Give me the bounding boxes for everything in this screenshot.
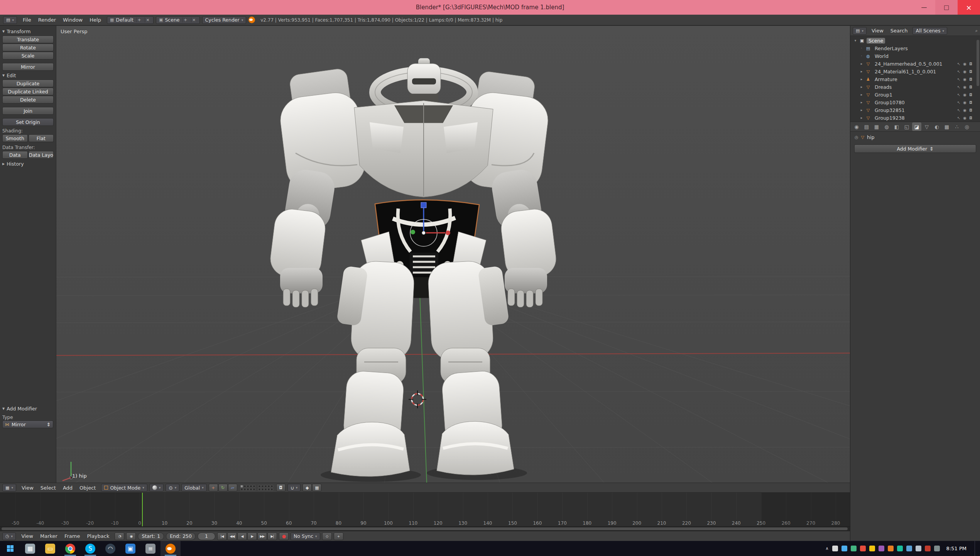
render-engine-selector[interactable]: Cycles Render ▾ (202, 16, 247, 24)
outliner-item-scene[interactable]: ▾▣Scene (850, 37, 979, 44)
layer-toggle[interactable] (270, 488, 273, 491)
outliner-item-label[interactable]: Group10780 (873, 100, 907, 105)
layer-toggle[interactable] (253, 488, 255, 491)
restrict-render-icon[interactable]: ◘ (969, 116, 972, 120)
taskbar-app-file-explorer[interactable]: ▭ (40, 541, 60, 556)
restrict-render-icon[interactable]: ◘ (969, 77, 972, 81)
rotate-button[interactable]: Rotate (2, 44, 54, 51)
outliner-item-group32851[interactable]: ▸▽Group32851↖◉◘ (850, 106, 979, 114)
outliner-menu-search[interactable]: Search (887, 28, 911, 34)
tab-world[interactable]: ◍ (882, 122, 891, 131)
mech-model[interactable] (269, 58, 558, 482)
insert-keyframe-button[interactable]: + (334, 532, 343, 540)
restrict-select-icon[interactable]: ↖ (957, 108, 960, 112)
editor-type-button-3dview[interactable]: ▦▾ (2, 484, 16, 492)
layer-toggle[interactable] (247, 488, 249, 491)
restrict-render-icon[interactable]: ◘ (969, 108, 972, 112)
expand-toggle-icon[interactable]: ▸ (860, 62, 863, 66)
scale-button[interactable]: Scale (2, 52, 54, 59)
layer-toggle[interactable] (264, 488, 267, 491)
info-menu-help[interactable]: Help (86, 17, 105, 23)
restrict-select-icon[interactable]: ↖ (957, 100, 960, 105)
tab-data[interactable]: ▽ (922, 122, 931, 131)
timeline-scrollbar[interactable] (0, 526, 850, 531)
outliner-item-label[interactable]: Group32851 (873, 107, 907, 113)
tab-material[interactable]: ◐ (932, 122, 941, 131)
outliner-item-group19238[interactable]: ▸▽Group19238↖◉◘ (850, 114, 979, 122)
viewport-menu-object[interactable]: Object (76, 485, 99, 491)
tray-icon-9[interactable] (906, 546, 912, 551)
frame-back-button[interactable]: ◀ (237, 532, 247, 540)
expand-toggle-icon[interactable]: · (860, 54, 863, 58)
restrict-view-icon[interactable]: ◉ (963, 85, 966, 89)
tray-icon-1[interactable] (832, 546, 838, 551)
restrict-view-icon[interactable]: ◉ (963, 100, 966, 105)
outliner-item-renderlayers[interactable]: ·▤RenderLayers (850, 44, 979, 52)
timeline-menu-marker[interactable]: Marker (37, 533, 61, 539)
layer-toggle[interactable] (264, 485, 267, 488)
editor-type-button-info[interactable]: ▤▾ (3, 16, 17, 24)
timeline-tracks[interactable]: -50-40-30-20-100102030405060708090100110… (0, 492, 850, 526)
outliner-item-label[interactable]: RenderLayers (873, 46, 910, 51)
current-frame-field[interactable]: 1 (198, 532, 215, 540)
layer-toggle[interactable] (261, 488, 264, 491)
expand-toggle-icon[interactable]: ▸ (860, 70, 863, 73)
tab-particles[interactable]: ∴ (952, 122, 961, 131)
expand-toggle-icon[interactable]: ▸ (860, 77, 863, 81)
editor-type-button-timeline[interactable]: ◷▾ (2, 532, 16, 540)
add-scene-button[interactable]: + (182, 17, 188, 22)
tab-modifiers[interactable]: ◪ (912, 122, 921, 131)
restrict-select-icon[interactable]: ↖ (957, 116, 960, 120)
show-desktop-button[interactable] (975, 541, 977, 556)
viewport-3d[interactable]: User Persp (1) hip (56, 26, 850, 483)
layer-toggle[interactable] (258, 485, 261, 488)
frame-end-field[interactable]: End: 250 (166, 532, 196, 540)
tray-icon-12[interactable] (934, 546, 940, 551)
restrict-render-icon[interactable]: ◘ (969, 93, 972, 97)
playhead[interactable] (142, 493, 143, 526)
restrict-view-icon[interactable]: ◉ (963, 70, 966, 74)
restrict-view-icon[interactable]: ◉ (963, 93, 966, 97)
close-button[interactable]: × (958, 0, 980, 15)
layer-toggle[interactable] (243, 485, 246, 488)
pin-icon[interactable]: ◎ (855, 135, 858, 140)
outliner-item-label[interactable]: World (873, 53, 890, 59)
maximize-button[interactable]: □ (935, 0, 958, 15)
data-transfer-button[interactable]: Data (2, 151, 28, 159)
taskbar-app-photos[interactable]: ▣ (120, 541, 140, 556)
restrict-select-icon[interactable]: ↖ (957, 85, 960, 89)
lock-layers-icon[interactable]: ◘ (276, 484, 286, 492)
layer-toggle[interactable] (267, 485, 270, 488)
layer-toggle[interactable] (247, 485, 249, 488)
scene-selector[interactable]: ▣ Scene + × (156, 16, 200, 24)
outliner-item-label[interactable]: Dreads (873, 84, 894, 90)
layer-toggle[interactable] (258, 488, 261, 491)
sync-selector[interactable]: No Sync▾ (291, 532, 320, 540)
restrict-render-icon[interactable]: ◘ (969, 85, 972, 89)
taskbar-app-text-editor[interactable]: ≡ (140, 541, 161, 556)
layer-toggle[interactable] (253, 485, 255, 488)
play-button[interactable]: ▶ (247, 532, 257, 540)
rotate-manipulator-button[interactable]: ↻ (218, 484, 228, 492)
outliner-item-label[interactable]: 24_Hammerhead_0.5_0.001 (873, 61, 945, 67)
taskbar-app-steam[interactable]: ◠ (100, 541, 120, 556)
restrict-view-icon[interactable]: ◉ (963, 62, 966, 66)
tab-object[interactable]: ◧ (892, 122, 901, 131)
mode-selector[interactable]: Object Mode ▾ (101, 484, 147, 492)
duplicate-linked-button[interactable]: Duplicate Linked (2, 88, 54, 95)
panel-history-header[interactable]: ▶History (2, 160, 54, 168)
frame-forward-button[interactable]: ▶▶ (257, 532, 267, 540)
expand-toggle-icon[interactable]: ▸ (860, 108, 863, 112)
restrict-select-icon[interactable]: ↖ (957, 77, 960, 81)
shade-flat-button[interactable]: Flat (29, 134, 54, 142)
timeline-menu-view[interactable]: View (18, 533, 37, 539)
pivot-selector[interactable]: ⊙▾ (166, 484, 179, 492)
outliner-item-label[interactable]: Scene (867, 38, 885, 44)
minimize-button[interactable]: — (913, 0, 935, 15)
restrict-select-icon[interactable]: ↖ (957, 62, 960, 66)
timeline-menu-playback[interactable]: Playback (83, 533, 113, 539)
restrict-select-icon[interactable]: ↖ (957, 70, 960, 74)
delete-button[interactable]: Delete (2, 96, 54, 103)
info-menu-render[interactable]: Render (35, 17, 59, 23)
taskbar-app-chrome[interactable] (60, 541, 80, 556)
